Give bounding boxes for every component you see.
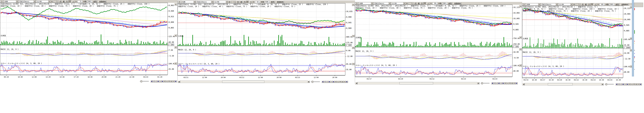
- chart-tool-button-3[interactable]: ◆: [622, 83, 624, 85]
- monthly-bar-button[interactable]: 月: [420, 2, 423, 5]
- monthly-bar-button[interactable]: 月: [588, 3, 590, 6]
- bar-count-input[interactable]: 500⊿: [610, 3, 614, 6]
- scroll-left-button[interactable]: ◀: [355, 82, 358, 84]
- apply-button[interactable]: 適用: [615, 3, 619, 6]
- zoom-slider-knob[interactable]: [482, 82, 483, 84]
- tick-bar-button[interactable]: T: [594, 3, 597, 6]
- plot-area[interactable]: 日経225mini 12/06( 60分, 2012/03/15 - 2012/…: [522, 6, 623, 78]
- weekly-bar-button[interactable]: 週: [62, 1, 65, 3]
- chart-tool-button-10[interactable]: X: [172, 80, 175, 82]
- tick-bar-button[interactable]: T: [427, 2, 430, 5]
- scrollbar-thumb[interactable]: [548, 83, 572, 85]
- plot-area[interactable]: 日経225mini 12/06( 5分, 2012/03/22 - 2012/0…: [0, 3, 168, 75]
- symbol-select[interactable]: 日経225mini▼: [196, 1, 213, 3]
- bar-count-input[interactable]: 500⊿: [87, 1, 92, 3]
- chart-tool-button-11[interactable]: ▶: [346, 81, 348, 83]
- section-collapse-button[interactable]: ▼: [174, 62, 177, 65]
- bar-count-input[interactable]: 500⊿: [265, 1, 270, 3]
- chart-tool-button-3[interactable]: ◆: [328, 81, 330, 83]
- chart-tool-button-0[interactable]: ◀: [491, 82, 494, 84]
- weekly-bar-button[interactable]: 週: [584, 3, 587, 6]
- chart-tool-button-7[interactable]: L: [166, 80, 168, 82]
- minutes-input[interactable]: 30⊿: [432, 2, 438, 5]
- chart-tool-button-9[interactable]: Q: [170, 80, 172, 82]
- chart-tool-button-8[interactable]: R: [339, 81, 341, 83]
- section-collapse-button[interactable]: ▼: [174, 3, 177, 6]
- weekly-bar-button[interactable]: 週: [417, 2, 420, 5]
- chart-tool-button-11[interactable]: ▶: [640, 83, 642, 85]
- section-collapse-button[interactable]: ▼: [519, 64, 522, 67]
- plot-area[interactable]: 日経225mini 12/06( 15分, 2012/03/15 - 2012/…: [178, 3, 345, 75]
- scroll-right-button[interactable]: ▶: [477, 82, 480, 84]
- chart-tool-button-5[interactable]: ▶: [332, 81, 335, 83]
- bar-count-input[interactable]: 500⊿: [442, 2, 447, 5]
- section-collapse-button[interactable]: ▼: [519, 48, 522, 50]
- multi-symbol-button[interactable]: 複数銘柄: [621, 3, 628, 6]
- daily-bar-button[interactable]: 日: [59, 1, 62, 3]
- symbol-select[interactable]: 日経225mini▼: [18, 0, 36, 3]
- chart-tool-button-8[interactable]: R: [168, 80, 170, 82]
- chart-tool-button-2[interactable]: −: [620, 83, 622, 85]
- instrument-type-select[interactable]: 先物▼: [526, 3, 540, 6]
- multi-symbol-button[interactable]: 複数銘柄: [276, 1, 284, 3]
- chart-tool-button-1[interactable]: +: [494, 82, 496, 84]
- chart-tool-button-0[interactable]: ◀: [616, 83, 618, 85]
- zoom-slider[interactable]: [481, 83, 490, 84]
- chart-tool-button-4[interactable]: ▪: [624, 83, 626, 85]
- chart-tool-button-8[interactable]: R: [509, 82, 511, 84]
- chart-menu-dropdown[interactable]: ▼: [178, 1, 181, 3]
- section-collapse-button[interactable]: ▼: [519, 36, 522, 39]
- chart-tool-button-7[interactable]: L: [506, 82, 509, 84]
- contract-month-select[interactable]: 12/06▼: [558, 3, 572, 6]
- chart-tool-button-4[interactable]: ▪: [159, 80, 162, 82]
- minute-bar-button[interactable]: 分: [68, 1, 72, 3]
- multi-symbol-button[interactable]: 複数銘柄: [454, 2, 461, 5]
- chart-tool-button-11[interactable]: ▶: [175, 80, 177, 82]
- scrollbar-track[interactable]: [180, 81, 308, 83]
- chart-tool-button-10[interactable]: X: [344, 81, 346, 83]
- section-collapse-button[interactable]: ▼: [174, 46, 177, 48]
- minutes-input[interactable]: 15⊿: [255, 1, 260, 3]
- monthly-bar-button[interactable]: 月: [243, 1, 246, 3]
- section-collapse-button[interactable]: ▼: [519, 5, 522, 7]
- zoom-slider[interactable]: [311, 81, 320, 82]
- chart-tool-button-11[interactable]: ▶: [516, 82, 518, 84]
- scrollbar-track[interactable]: [525, 83, 602, 85]
- chart-tool-button-2[interactable]: −: [155, 80, 157, 82]
- instrument-type-select[interactable]: 先物▼: [4, 0, 18, 3]
- section-collapse-button[interactable]: ▼: [352, 63, 354, 65]
- plot-area[interactable]: 日経225mini 12/06( 30分, 2012/03/15 - 2012/…: [355, 5, 512, 77]
- window-edge[interactable]: [632, 0, 634, 77]
- scroll-right-button[interactable]: ▶: [308, 81, 310, 83]
- minutes-input[interactable]: 60⊿: [600, 3, 605, 6]
- chart-menu-dropdown[interactable]: ▼: [522, 3, 526, 6]
- section-collapse-button[interactable]: ▼: [352, 35, 354, 37]
- chart-tool-button-0[interactable]: ◀: [150, 80, 153, 82]
- chart-tool-button-2[interactable]: −: [326, 81, 328, 83]
- apply-button[interactable]: 適用: [93, 1, 97, 3]
- chart-tool-button-1[interactable]: +: [324, 81, 326, 83]
- chart-tool-button-10[interactable]: X: [638, 83, 640, 85]
- multi-symbol-button[interactable]: 複数銘柄: [99, 1, 106, 3]
- chart-tool-button-5[interactable]: ▶: [626, 83, 628, 85]
- chart-tool-button-6[interactable]: D: [504, 82, 506, 84]
- daily-bar-button[interactable]: 日: [236, 1, 239, 3]
- chart-tool-button-6[interactable]: D: [164, 80, 166, 82]
- chart-tool-button-3[interactable]: ◆: [157, 80, 159, 82]
- zoom-slider[interactable]: [605, 84, 614, 85]
- zoom-slider-knob[interactable]: [312, 81, 313, 83]
- scrollbar-thumb[interactable]: [222, 81, 264, 83]
- zoom-slider-knob[interactable]: [606, 83, 607, 85]
- instrument-type-select[interactable]: 先物▼: [182, 1, 196, 3]
- chart-tool-button-0[interactable]: ◀: [322, 81, 324, 83]
- contract-month-select[interactable]: 12/06▼: [214, 1, 228, 3]
- scroll-left-button[interactable]: ◀: [522, 83, 525, 85]
- daily-bar-button[interactable]: 日: [581, 3, 584, 6]
- daily-bar-button[interactable]: 日: [414, 2, 417, 5]
- chart-tool-button-7[interactable]: L: [337, 81, 339, 83]
- tick-bar-button[interactable]: T: [250, 1, 252, 3]
- scroll-right-button[interactable]: ▶: [602, 83, 604, 85]
- minutes-input[interactable]: 5⊿: [78, 1, 82, 3]
- scrollbar-thumb[interactable]: [400, 82, 433, 84]
- chart-tool-button-5[interactable]: ▶: [502, 82, 504, 84]
